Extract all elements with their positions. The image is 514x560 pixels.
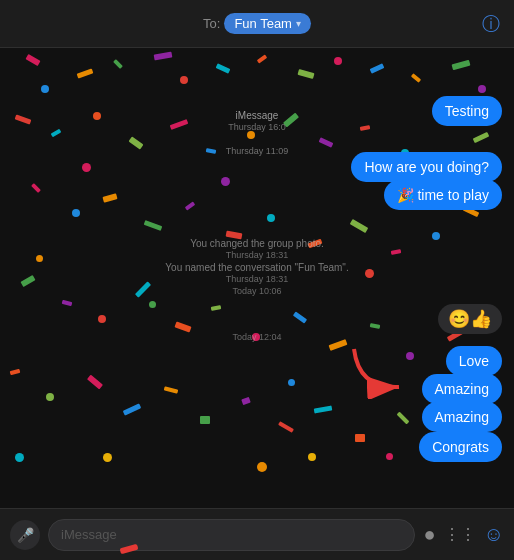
system-msg-thursday4: Thursday 18:31: [226, 274, 289, 284]
system-msg-today1: Today 10:06: [232, 286, 281, 296]
system-msg-photo-change: You changed the group photo.: [190, 238, 324, 249]
system-msg-thursday2: Thursday 11:09: [226, 146, 289, 156]
emoji-icon[interactable]: ☺: [484, 523, 504, 546]
app-window: To: Fun Team ▾ ⓘ iMessage Thursday 16:0 …: [0, 0, 514, 560]
system-msg-named: You named the conversation "Fun Team".: [165, 262, 348, 273]
chevron-down-icon: ▾: [296, 18, 301, 29]
bubble-time-to-play: 🎉 time to play: [384, 180, 502, 210]
bottom-bar: 🎤 iMessage ● ⋮⋮ ☺: [0, 508, 514, 560]
photo-icon[interactable]: ●: [423, 523, 435, 546]
system-msg-thursday1: Thursday 16:0: [228, 122, 286, 132]
bubble-amazing1: Amazing: [422, 374, 502, 404]
mic-icon: 🎤: [17, 527, 34, 543]
bubble-emoji: 😊👍: [438, 304, 502, 334]
bubble-how-are-you: How are you doing?: [351, 152, 502, 182]
header: To: Fun Team ▾ ⓘ: [0, 0, 514, 48]
system-msg-thursday3: Thursday 18:31: [226, 250, 289, 260]
message-input[interactable]: iMessage: [48, 519, 415, 551]
info-icon[interactable]: ⓘ: [482, 12, 500, 36]
bubble-amazing2: Amazing: [422, 402, 502, 432]
bottom-icons: ● ⋮⋮ ☺: [423, 523, 504, 546]
mic-button[interactable]: 🎤: [10, 520, 40, 550]
recipient-name: Fun Team: [234, 16, 292, 31]
to-label: To:: [203, 16, 220, 31]
bubble-testing: Testing: [432, 96, 502, 126]
bubble-love: Love: [446, 346, 502, 376]
recipient-chip[interactable]: Fun Team ▾: [224, 13, 311, 34]
system-msg-today2: Today 12:04: [232, 332, 281, 342]
waveform-icon[interactable]: ⋮⋮: [444, 525, 476, 544]
bubble-congrats: Congrats: [419, 432, 502, 462]
input-placeholder: iMessage: [61, 527, 117, 542]
system-msg-imessage: iMessage: [236, 110, 279, 121]
red-arrow-icon: [344, 339, 414, 403]
chat-area: iMessage Thursday 16:0 Thursday 11:09 Yo…: [0, 48, 514, 508]
